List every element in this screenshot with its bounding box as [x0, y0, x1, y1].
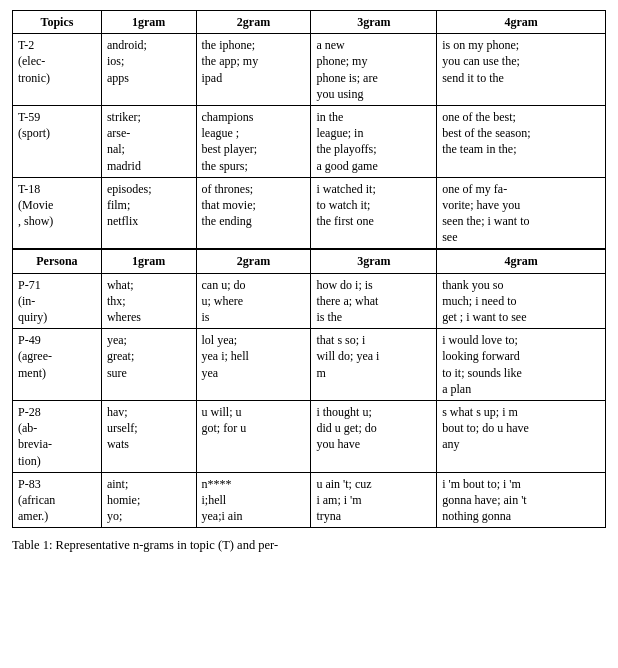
persona-col-header: 2gram: [196, 249, 311, 273]
col-header-1gram: 1gram: [101, 11, 196, 34]
table-row: P-49(agree-ment)yea;great;surelol yea;ye…: [13, 329, 606, 401]
persona-gram1-cell: hav;urself;wats: [101, 400, 196, 472]
gram3-cell: i watched it;to watch it;the first one: [311, 177, 437, 249]
persona-gram1-cell: aint;homie;yo;: [101, 472, 196, 528]
persona-gram3-cell: u ain 't; cuzi am; i 'mtryna: [311, 472, 437, 528]
gram2-cell: championsleague ;best player;the spurs;: [196, 105, 311, 177]
gram1-cell: episodes;film;netflix: [101, 177, 196, 249]
persona-gram4-cell: s what s up; i mbout to; do u haveany: [437, 400, 606, 472]
persona-gram3-cell: how do i; isthere a; whatis the: [311, 273, 437, 329]
gram3-cell: a newphone; myphone is; areyou using: [311, 34, 437, 106]
table-row: T-59(sport)striker;arse-nal;madridchampi…: [13, 105, 606, 177]
col-header-3gram: 3gram: [311, 11, 437, 34]
topic-cell: T-2(elec-tronic): [13, 34, 102, 106]
col-header-4gram: 4gram: [437, 11, 606, 34]
persona-topic-cell: P-71(in-quiry): [13, 273, 102, 329]
persona-topic-cell: P-83(africanamer.): [13, 472, 102, 528]
table-caption: Table 1: Representative n-grams in topic…: [12, 536, 606, 555]
topic-cell: T-18(Movie, show): [13, 177, 102, 249]
persona-col-header: 4gram: [437, 249, 606, 273]
persona-gram3-cell: i thought u;did u get; doyou have: [311, 400, 437, 472]
persona-col-header: Persona: [13, 249, 102, 273]
col-header-topics: Topics: [13, 11, 102, 34]
gram2-cell: the iphone;the app; myipad: [196, 34, 311, 106]
persona-gram2-cell: can u; dou; whereis: [196, 273, 311, 329]
gram4-cell: is on my phone;you can use the;send it t…: [437, 34, 606, 106]
table-row: P-83(africanamer.)aint;homie;yo;n****i;h…: [13, 472, 606, 528]
persona-gram2-cell: n****i;hellyea;i ain: [196, 472, 311, 528]
persona-col-header: 1gram: [101, 249, 196, 273]
persona-topic-cell: P-28(ab-brevia-tion): [13, 400, 102, 472]
persona-gram1-cell: what;thx;wheres: [101, 273, 196, 329]
persona-gram1-cell: yea;great;sure: [101, 329, 196, 401]
table-row: T-18(Movie, show)episodes;film;netflixof…: [13, 177, 606, 249]
col-header-2gram: 2gram: [196, 11, 311, 34]
gram3-cell: in theleague; inthe playoffs;a good game: [311, 105, 437, 177]
persona-gram4-cell: thank you somuch; i need toget ; i want …: [437, 273, 606, 329]
table-row: P-28(ab-brevia-tion)hav;urself;watsu wil…: [13, 400, 606, 472]
persona-col-header: 3gram: [311, 249, 437, 273]
persona-gram3-cell: that s so; iwill do; yea im: [311, 329, 437, 401]
gram1-cell: striker;arse-nal;madrid: [101, 105, 196, 177]
gram1-cell: android;ios;apps: [101, 34, 196, 106]
persona-header-row: Persona1gram2gram3gram4gram: [13, 249, 606, 273]
persona-gram2-cell: lol yea;yea i; hellyea: [196, 329, 311, 401]
topic-cell: T-59(sport): [13, 105, 102, 177]
gram4-cell: one of my fa-vorite; have youseen the; i…: [437, 177, 606, 249]
persona-topic-cell: P-49(agree-ment): [13, 329, 102, 401]
persona-gram4-cell: i would love to;looking forwardto it; so…: [437, 329, 606, 401]
table-row: P-71(in-quiry)what;thx;wherescan u; dou;…: [13, 273, 606, 329]
table-row: T-2(elec-tronic)android;ios;appsthe ipho…: [13, 34, 606, 106]
persona-gram2-cell: u will; ugot; for u: [196, 400, 311, 472]
gram2-cell: of thrones;that movie;the ending: [196, 177, 311, 249]
gram4-cell: one of the best;best of the season;the t…: [437, 105, 606, 177]
persona-gram4-cell: i 'm bout to; i 'mgonna have; ain 'tnoth…: [437, 472, 606, 528]
